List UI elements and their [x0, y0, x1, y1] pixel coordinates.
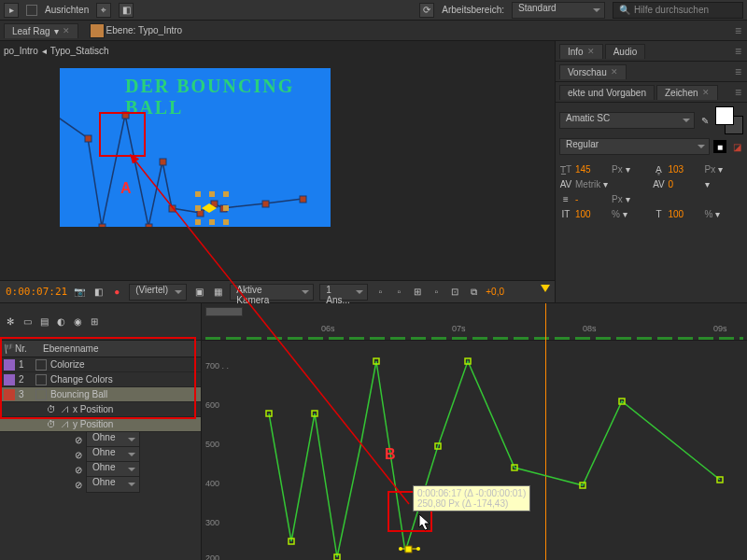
value-tooltip: 0:00:06:17 (Δ -0:00:00:01) 250,80 Px (Δ …	[413, 485, 530, 511]
stopwatch-icon[interactable]: ⏱	[47, 419, 56, 429]
svg-rect-13	[209, 191, 215, 197]
link-icon[interactable]: ⊘	[75, 465, 82, 475]
panel-menu-icon[interactable]: ≡	[735, 86, 741, 99]
chevron-down-icon[interactable]: ▾	[603, 179, 608, 189]
shy-icon[interactable]: ✻	[4, 315, 17, 329]
timeline-toolbar: ✻ ▭ ▤ ◐ ◉ ⊞	[0, 303, 201, 341]
stopwatch-icon[interactable]: ⏱	[47, 404, 56, 414]
channel-icon[interactable]: ◧	[92, 286, 105, 299]
chevron-down-icon[interactable]: ▾	[626, 194, 630, 204]
current-timecode[interactable]: 0:00:07:21	[6, 286, 67, 298]
work-area-bar[interactable]	[205, 307, 243, 316]
font-size-value[interactable]: 145	[575, 164, 609, 175]
flowchart-tab[interactable]: Leaf Rag ▾ ✕	[4, 23, 78, 38]
vscale-value[interactable]: 100	[575, 209, 609, 219]
layer-row[interactable]: 2 Change Colors	[0, 372, 201, 387]
value-graph[interactable]: 700 . . 600 500 400 300 200	[202, 357, 747, 560]
graph-icon[interactable]: ⊞	[88, 315, 101, 329]
roi-icon[interactable]: ▣	[192, 286, 205, 299]
camera-select[interactable]: Aktive Kamera	[230, 284, 314, 301]
layer-toggle[interactable]	[35, 359, 47, 371]
chevron-down-icon[interactable]: ▾	[626, 164, 630, 175]
layer-toggle[interactable]	[35, 389, 47, 400]
view-opt2-icon[interactable]: ▫	[392, 286, 405, 299]
svg-rect-11	[300, 196, 306, 203]
link-icon[interactable]: ⊘	[75, 450, 82, 460]
close-icon[interactable]: ✕	[702, 88, 710, 97]
flag-icon[interactable]: 🏴	[4, 343, 15, 354]
layer-toggle[interactable]	[35, 374, 47, 385]
tool-extra-icon[interactable]: ◧	[119, 3, 134, 18]
tracking-value[interactable]: 0	[669, 179, 702, 189]
link-icon[interactable]: ⊘	[75, 480, 82, 490]
svg-rect-3	[122, 112, 129, 119]
style-row: Regular ■ ◪	[556, 138, 747, 159]
view-opt4-icon[interactable]: ▫	[430, 286, 443, 299]
tab-effects[interactable]: ekte und Vorgaben	[559, 85, 655, 100]
fill-swatch-icon[interactable]: ■	[713, 140, 726, 153]
prop-yposition[interactable]: ⏱ ⩘ y Position	[0, 417, 201, 432]
frame-blend-icon[interactable]: ▤	[37, 315, 50, 329]
panel-menu-icon[interactable]: ≡	[735, 24, 741, 37]
panel-menu-icon[interactable]: ≡	[735, 45, 741, 58]
help-search[interactable]: 🔍 Hilfe durchsuchen	[613, 2, 743, 19]
graph-editor[interactable]: 06s 07s 08s 09s 700 . . 600 500 400 300 …	[202, 303, 747, 560]
layer-row[interactable]: 1 Colorize	[0, 357, 201, 372]
switch-row: ⊘Ohne	[0, 477, 201, 492]
kerning-value[interactable]: Metrik	[575, 179, 600, 189]
leading-value[interactable]: 103	[669, 164, 702, 175]
eyedropper-icon[interactable]: ✎	[698, 114, 712, 127]
chevron-down-icon[interactable]: ▾	[705, 179, 710, 189]
align-checkbox[interactable]	[26, 5, 37, 16]
brain-icon[interactable]: ◉	[71, 315, 84, 329]
tab-info[interactable]: Info ✕	[559, 44, 603, 59]
close-icon[interactable]: ✕	[63, 26, 70, 35]
chevron-down-icon[interactable]: ▾	[715, 209, 720, 219]
tab-character[interactable]: Zeichen ✕	[656, 85, 718, 100]
layer-row[interactable]: 3 Bouncing Ball	[0, 387, 201, 402]
view-opt5-icon[interactable]: ⊡	[448, 286, 461, 299]
motion-blur-icon[interactable]: ◐	[54, 315, 67, 329]
hscale-value[interactable]: 100	[669, 209, 702, 219]
comp-chip-icon[interactable]	[90, 23, 105, 38]
workspace-select[interactable]: Standard	[512, 2, 605, 19]
search-icon: 🔍	[619, 5, 630, 15]
svg-rect-6	[169, 205, 176, 212]
timeline-icon[interactable]: ⧉	[467, 286, 480, 299]
resolution-select[interactable]: (Viertel)	[129, 284, 187, 301]
tab-preview[interactable]: Vorschau ✕	[559, 64, 627, 79]
views-select[interactable]: 1 Ans...	[319, 284, 368, 301]
comp-icon[interactable]: ▭	[21, 315, 34, 329]
chevron-down-icon[interactable]: ▾	[623, 209, 627, 219]
layer-color-chip	[4, 389, 15, 400]
snapshot-icon[interactable]: 📷	[73, 286, 86, 299]
parent-select[interactable]: Ohne	[86, 476, 140, 493]
stroke-value[interactable]: -	[575, 194, 609, 204]
annotation-label-a: A	[120, 180, 132, 197]
panel-menu-icon[interactable]: ≡	[735, 65, 741, 78]
view-opt1-icon[interactable]: ▫	[374, 286, 387, 299]
chevron-down-icon[interactable]: ▾	[718, 164, 723, 175]
tool-selection-icon[interactable]: ▸	[4, 3, 19, 18]
link-icon[interactable]: ⊘	[75, 435, 82, 445]
time-ruler[interactable]: 06s 07s 08s 09s	[202, 303, 747, 341]
exposure-value[interactable]: +0,0	[486, 287, 504, 297]
font-family-select[interactable]: Amatic SC	[559, 112, 695, 129]
view-opt3-icon[interactable]: ⊞	[411, 286, 424, 299]
svg-rect-19	[223, 219, 229, 225]
tab-audio[interactable]: Audio	[605, 44, 646, 59]
chevron-left-icon[interactable]: ◂	[42, 46, 47, 56]
font-style-select[interactable]: Regular	[559, 138, 710, 155]
close-icon[interactable]: ✕	[587, 47, 595, 56]
snap-icon[interactable]: ⌖	[96, 3, 111, 18]
composition-viewer[interactable]: DER BOUNCING BALL	[4, 63, 551, 276]
color-swatches[interactable]	[715, 106, 743, 134]
prop-xposition[interactable]: ⏱ ⩘ x Position	[0, 402, 201, 417]
stroke-icon: ≡	[559, 192, 572, 205]
nofill-icon[interactable]: ◪	[730, 140, 743, 153]
grid-icon[interactable]: ▦	[211, 286, 224, 299]
mask-icon[interactable]: ●	[110, 286, 123, 299]
motion-path	[60, 68, 331, 227]
close-icon[interactable]: ✕	[611, 67, 618, 77]
sync-icon[interactable]: ⟳	[419, 3, 434, 18]
